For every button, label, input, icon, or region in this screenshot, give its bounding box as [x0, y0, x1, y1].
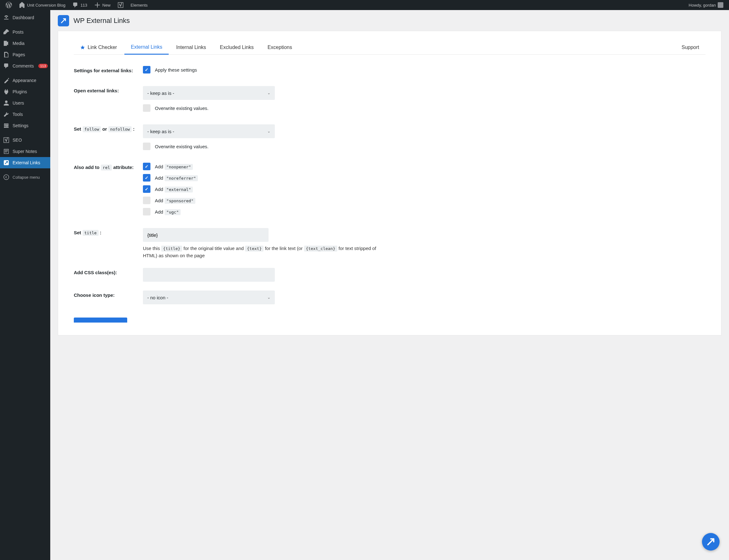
- tab-external-links[interactable]: External Links: [124, 41, 169, 55]
- tab-internal-links[interactable]: Internal Links: [170, 41, 212, 54]
- apply-settings-label: Apply these settings: [155, 67, 197, 73]
- follow-select[interactable]: - keep as is - ⌄: [143, 124, 275, 138]
- tab-link-checker[interactable]: Link Checker: [74, 41, 123, 54]
- follow-overwrite-checkbox[interactable]: [143, 143, 150, 150]
- elements-link[interactable]: Elements: [128, 0, 150, 10]
- avatar: [718, 2, 723, 8]
- menu-super-notes[interactable]: Super Notes: [0, 146, 50, 157]
- menu-pages[interactable]: Pages: [0, 49, 50, 60]
- chevron-down-icon: ⌄: [267, 91, 270, 95]
- settings-label: Settings for external links:: [74, 66, 143, 77]
- menu-plugins[interactable]: Plugins: [0, 86, 50, 97]
- howdy-link[interactable]: Howdy, gordan: [686, 0, 726, 10]
- page-title: WP External Links: [73, 17, 130, 25]
- menu-comments[interactable]: Comments113: [0, 60, 50, 72]
- apply-settings-checkbox[interactable]: [143, 66, 150, 73]
- css-input[interactable]: [143, 268, 275, 282]
- site-name: Unit Conversion Blog: [27, 3, 65, 8]
- follow-label: Set follow or nofollow :: [74, 124, 143, 154]
- comments-link[interactable]: 113: [70, 0, 90, 10]
- ugc-checkbox[interactable]: [143, 208, 150, 215]
- css-label: Add CSS class(es):: [74, 268, 143, 282]
- icon-label: Choose icon type:: [74, 291, 143, 309]
- chevron-down-icon: ⌄: [267, 129, 270, 133]
- rel-label: Also add to rel attribute:: [74, 163, 143, 219]
- title-label: Set title :: [74, 228, 143, 259]
- new-link[interactable]: New: [92, 0, 113, 10]
- wp-logo[interactable]: [3, 0, 14, 10]
- new-label: New: [102, 3, 111, 8]
- admin-menu: Dashboard Posts Media Pages Comments113 …: [0, 10, 50, 560]
- follow-overwrite-label: Overwrite existing values.: [155, 144, 209, 149]
- tab-excluded-links[interactable]: Excluded Links: [214, 41, 260, 54]
- site-link[interactable]: Unit Conversion Blog: [16, 0, 68, 10]
- menu-posts[interactable]: Posts: [0, 26, 50, 38]
- menu-tools[interactable]: Tools: [0, 109, 50, 120]
- plugin-logo: [58, 15, 69, 26]
- svg-point-4: [4, 175, 9, 180]
- yoast-link[interactable]: [115, 0, 126, 10]
- external-checkbox[interactable]: [143, 185, 150, 193]
- title-input[interactable]: [143, 228, 269, 242]
- tab-exceptions[interactable]: Exceptions: [261, 41, 298, 54]
- settings-panel: Link Checker External Links Internal Lin…: [58, 31, 721, 335]
- menu-collapse[interactable]: Collapse menu: [0, 171, 50, 183]
- tabs: Link Checker External Links Internal Lin…: [74, 41, 705, 55]
- menu-users[interactable]: Users: [0, 97, 50, 109]
- admin-bar: Unit Conversion Blog 113 New Elements Ho…: [0, 0, 729, 10]
- open-links-label: Open external links:: [74, 86, 143, 116]
- open-overwrite-label: Overwrite existing values.: [155, 106, 209, 111]
- menu-dashboard[interactable]: Dashboard: [0, 12, 50, 23]
- noreferrer-checkbox[interactable]: [143, 174, 150, 182]
- title-hint: Use this {title} for the original title …: [143, 245, 388, 259]
- menu-media[interactable]: Media: [0, 38, 50, 49]
- fab-button[interactable]: [702, 533, 720, 551]
- sponsored-checkbox[interactable]: [143, 197, 150, 204]
- open-overwrite-checkbox[interactable]: [143, 104, 150, 112]
- noopener-checkbox[interactable]: [143, 163, 150, 170]
- menu-settings[interactable]: Settings: [0, 120, 50, 131]
- open-links-select[interactable]: - keep as is - ⌄: [143, 86, 275, 100]
- menu-appearance[interactable]: Appearance: [0, 75, 50, 86]
- comments-badge: 113: [38, 64, 48, 68]
- menu-external-links[interactable]: External Links: [0, 157, 50, 168]
- tab-support[interactable]: Support: [675, 41, 705, 54]
- icon-select[interactable]: - no icon - ⌄: [143, 291, 275, 304]
- page-header: WP External Links: [50, 10, 729, 31]
- chevron-down-icon: ⌄: [267, 295, 270, 300]
- menu-seo[interactable]: SEO: [0, 134, 50, 146]
- submit-button[interactable]: [74, 318, 127, 323]
- content: WP External Links Link Checker External …: [50, 10, 729, 560]
- comments-count: 113: [80, 3, 87, 8]
